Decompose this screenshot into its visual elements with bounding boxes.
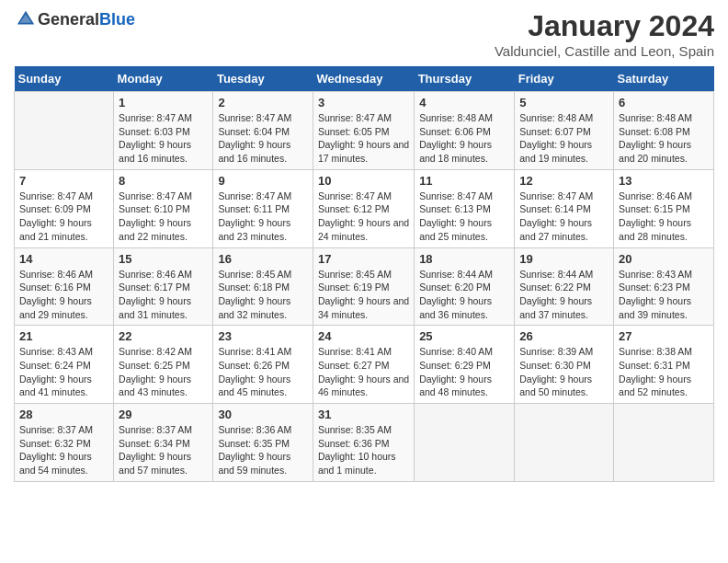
day-info: Sunrise: 8:48 AMSunset: 6:07 PMDaylight:… (519, 111, 609, 166)
day-info: Sunrise: 8:47 AMSunset: 6:10 PMDaylight:… (119, 190, 208, 244)
calendar-cell: 1Sunrise: 8:47 AMSunset: 6:03 PMDaylight… (114, 92, 213, 170)
day-info: Sunrise: 8:47 AMSunset: 6:09 PMDaylight:… (19, 190, 108, 244)
weekday-header: Monday (114, 66, 213, 92)
day-number: 14 (19, 252, 108, 266)
day-number: 17 (318, 252, 409, 266)
day-number: 10 (318, 174, 409, 188)
calendar-cell: 9Sunrise: 8:47 AMSunset: 6:11 PMDaylight… (213, 169, 313, 247)
calendar-cell: 19Sunrise: 8:44 AMSunset: 6:22 PMDayligh… (515, 247, 614, 326)
day-info: Sunrise: 8:48 AMSunset: 6:08 PMDaylight:… (619, 111, 709, 166)
day-info: Sunrise: 8:47 AMSunset: 6:13 PMDaylight:… (419, 190, 509, 244)
day-info: Sunrise: 8:47 AMSunset: 6:12 PMDaylight:… (318, 190, 409, 244)
day-number: 25 (419, 329, 509, 343)
day-number: 13 (619, 174, 709, 188)
day-info: Sunrise: 8:47 AMSunset: 6:14 PMDaylight:… (519, 190, 609, 244)
weekday-header: Sunday (15, 66, 114, 92)
calendar-cell: 29Sunrise: 8:37 AMSunset: 6:34 PMDayligh… (114, 404, 213, 482)
calendar-cell: 12Sunrise: 8:47 AMSunset: 6:14 PMDayligh… (515, 169, 614, 247)
calendar-cell: 26Sunrise: 8:39 AMSunset: 6:30 PMDayligh… (515, 326, 614, 404)
calendar-cell: 4Sunrise: 8:48 AMSunset: 6:06 PMDaylight… (415, 92, 515, 170)
calendar-cell: 17Sunrise: 8:45 AMSunset: 6:19 PMDayligh… (313, 247, 414, 326)
day-number: 26 (519, 329, 609, 343)
calendar-cell: 22Sunrise: 8:42 AMSunset: 6:25 PMDayligh… (114, 326, 213, 404)
day-number: 8 (119, 174, 208, 188)
day-info: Sunrise: 8:39 AMSunset: 6:30 PMDaylight:… (519, 345, 609, 399)
day-info: Sunrise: 8:45 AMSunset: 6:19 PMDaylight:… (318, 268, 409, 322)
day-number: 5 (519, 96, 609, 109)
day-info: Sunrise: 8:38 AMSunset: 6:31 PMDaylight:… (619, 345, 709, 399)
day-info: Sunrise: 8:46 AMSunset: 6:17 PMDaylight:… (119, 268, 208, 322)
day-number: 18 (419, 252, 509, 266)
calendar-cell: 16Sunrise: 8:45 AMSunset: 6:18 PMDayligh… (213, 247, 313, 326)
calendar-cell: 27Sunrise: 8:38 AMSunset: 6:31 PMDayligh… (614, 326, 714, 404)
calendar-cell: 25Sunrise: 8:40 AMSunset: 6:29 PMDayligh… (415, 326, 515, 404)
day-number: 15 (119, 252, 208, 266)
day-info: Sunrise: 8:42 AMSunset: 6:25 PMDaylight:… (119, 345, 208, 399)
calendar-week-row: 7Sunrise: 8:47 AMSunset: 6:09 PMDaylight… (15, 169, 714, 247)
day-number: 6 (619, 96, 709, 109)
calendar-cell: 5Sunrise: 8:48 AMSunset: 6:07 PMDaylight… (515, 92, 614, 170)
day-info: Sunrise: 8:47 AMSunset: 6:05 PMDaylight:… (318, 111, 409, 166)
calendar-cell: 24Sunrise: 8:41 AMSunset: 6:27 PMDayligh… (313, 326, 414, 404)
day-number: 9 (218, 174, 308, 188)
calendar-cell: 10Sunrise: 8:47 AMSunset: 6:12 PMDayligh… (313, 169, 414, 247)
weekday-header: Tuesday (213, 66, 313, 92)
day-info: Sunrise: 8:43 AMSunset: 6:24 PMDaylight:… (19, 345, 108, 399)
calendar-cell (515, 404, 614, 482)
calendar-cell (614, 404, 714, 482)
calendar-week-row: 28Sunrise: 8:37 AMSunset: 6:32 PMDayligh… (15, 404, 714, 482)
calendar-header-row: SundayMondayTuesdayWednesdayThursdayFrid… (15, 66, 714, 92)
day-number: 19 (519, 252, 609, 266)
calendar-cell: 18Sunrise: 8:44 AMSunset: 6:20 PMDayligh… (415, 247, 515, 326)
day-info: Sunrise: 8:48 AMSunset: 6:06 PMDaylight:… (419, 111, 509, 166)
day-number: 21 (19, 329, 108, 343)
day-number: 7 (19, 174, 108, 188)
calendar-cell: 8Sunrise: 8:47 AMSunset: 6:10 PMDaylight… (114, 169, 213, 247)
title-area: January 2024 Valdunciel, Castille and Le… (495, 9, 714, 59)
calendar-cell: 30Sunrise: 8:36 AMSunset: 6:35 PMDayligh… (213, 404, 313, 482)
day-info: Sunrise: 8:41 AMSunset: 6:27 PMDaylight:… (318, 345, 409, 399)
calendar-cell: 31Sunrise: 8:35 AMSunset: 6:36 PMDayligh… (313, 404, 414, 482)
day-info: Sunrise: 8:47 AMSunset: 6:11 PMDaylight:… (218, 190, 308, 244)
day-number: 29 (119, 408, 208, 421)
day-number: 30 (218, 408, 308, 421)
calendar-cell: 23Sunrise: 8:41 AMSunset: 6:26 PMDayligh… (213, 326, 313, 404)
day-info: Sunrise: 8:44 AMSunset: 6:22 PMDaylight:… (519, 268, 609, 322)
day-info: Sunrise: 8:47 AMSunset: 6:04 PMDaylight:… (218, 111, 308, 166)
weekday-header: Thursday (415, 66, 515, 92)
day-info: Sunrise: 8:46 AMSunset: 6:16 PMDaylight:… (19, 268, 108, 322)
day-number: 16 (218, 252, 308, 266)
day-number: 23 (218, 329, 308, 343)
calendar-week-row: 14Sunrise: 8:46 AMSunset: 6:16 PMDayligh… (15, 247, 714, 326)
logo-blue-text: Blue (99, 10, 135, 29)
day-number: 28 (19, 408, 108, 421)
day-info: Sunrise: 8:37 AMSunset: 6:34 PMDaylight:… (119, 423, 208, 477)
day-number: 20 (619, 252, 709, 266)
day-number: 1 (119, 96, 208, 109)
logo: GeneralBlue (14, 9, 135, 29)
calendar-cell: 2Sunrise: 8:47 AMSunset: 6:04 PMDaylight… (213, 92, 313, 170)
calendar-cell: 7Sunrise: 8:47 AMSunset: 6:09 PMDaylight… (15, 169, 114, 247)
day-number: 31 (318, 408, 409, 421)
day-info: Sunrise: 8:41 AMSunset: 6:26 PMDaylight:… (218, 345, 308, 399)
day-number: 27 (619, 329, 709, 343)
calendar-cell: 28Sunrise: 8:37 AMSunset: 6:32 PMDayligh… (15, 404, 114, 482)
day-info: Sunrise: 8:35 AMSunset: 6:36 PMDaylight:… (318, 423, 409, 477)
logo-icon (16, 9, 36, 29)
calendar-cell: 15Sunrise: 8:46 AMSunset: 6:17 PMDayligh… (114, 247, 213, 326)
calendar-cell: 20Sunrise: 8:43 AMSunset: 6:23 PMDayligh… (614, 247, 714, 326)
weekday-header: Friday (515, 66, 614, 92)
location-subtitle: Valdunciel, Castille and Leon, Spain (495, 43, 714, 59)
calendar-week-row: 1Sunrise: 8:47 AMSunset: 6:03 PMDaylight… (15, 92, 714, 170)
calendar-cell: 11Sunrise: 8:47 AMSunset: 6:13 PMDayligh… (415, 169, 515, 247)
day-info: Sunrise: 8:47 AMSunset: 6:03 PMDaylight:… (119, 111, 208, 166)
day-info: Sunrise: 8:37 AMSunset: 6:32 PMDaylight:… (19, 423, 108, 477)
day-info: Sunrise: 8:36 AMSunset: 6:35 PMDaylight:… (218, 423, 308, 477)
calendar-week-row: 21Sunrise: 8:43 AMSunset: 6:24 PMDayligh… (15, 326, 714, 404)
day-info: Sunrise: 8:40 AMSunset: 6:29 PMDaylight:… (419, 345, 509, 399)
calendar-cell: 6Sunrise: 8:48 AMSunset: 6:08 PMDaylight… (614, 92, 714, 170)
calendar-cell (15, 92, 114, 170)
day-info: Sunrise: 8:44 AMSunset: 6:20 PMDaylight:… (419, 268, 509, 322)
day-info: Sunrise: 8:46 AMSunset: 6:15 PMDaylight:… (619, 190, 709, 244)
calendar-cell: 21Sunrise: 8:43 AMSunset: 6:24 PMDayligh… (15, 326, 114, 404)
